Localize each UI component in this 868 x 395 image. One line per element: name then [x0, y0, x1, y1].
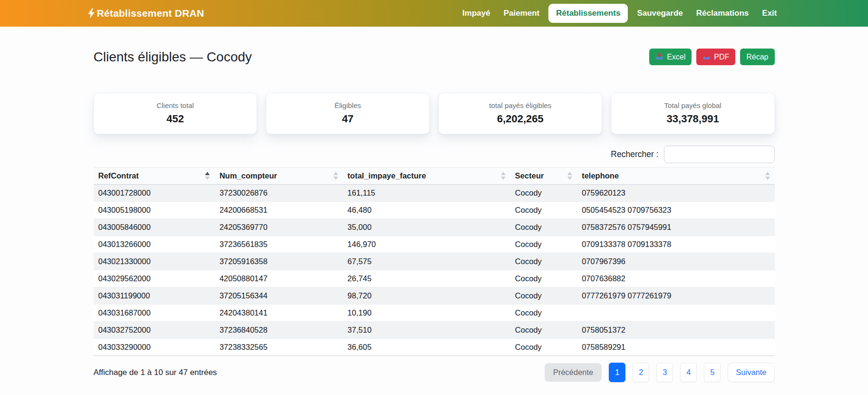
table-cell: 24204380141 [215, 305, 342, 322]
table-row: 04301326600037236561835146,970Cocody0709… [94, 236, 775, 253]
table-cell: 043021330000 [94, 253, 215, 270]
table-row: 0430058460002420536977035,000Cocody07583… [94, 219, 775, 236]
nav-item-reclamations[interactable]: Réclamations [692, 5, 753, 22]
table-cell: 0777261979 0777261979 [577, 287, 774, 305]
table-cell: 043029562000 [94, 270, 215, 287]
table-row: 04300172800037230026876161,115Cocody0759… [94, 185, 775, 202]
table-row: 0430311990003720515634498,720Cocody07772… [94, 287, 775, 305]
table-cell: 043005846000 [94, 219, 215, 236]
sort-icon [205, 172, 210, 180]
stat-value: 47 [271, 113, 424, 125]
stat-card-clients-total: Clients total452 [94, 93, 257, 134]
nav-item-sauvegarde[interactable]: Sauvegarde [633, 5, 687, 22]
brand[interactable]: Rétablissement DRAN [87, 8, 205, 19]
recap-button-label: Récap [746, 53, 768, 61]
table-cell: 146,970 [343, 236, 510, 253]
pagination: Précédente12345Suivante [545, 363, 775, 382]
pdf-button[interactable]: PDF [696, 49, 735, 65]
sort-icon [567, 172, 572, 180]
table-cell: 043031199000 [94, 287, 215, 305]
column-header-refcontrat[interactable]: RefContrat [94, 168, 215, 185]
table-cell: Cocody [510, 202, 577, 219]
table-cell: 161,115 [343, 185, 510, 202]
stat-card-eligibles: Éligibles47 [266, 93, 429, 134]
excel-button-label: Excel [667, 53, 685, 61]
table-cell: 043001728000 [94, 185, 215, 202]
table-cell: Cocody [510, 270, 577, 287]
stat-value: 6,202,265 [444, 113, 597, 125]
table-cell: 35,000 [343, 219, 510, 236]
nav-item-impaye[interactable]: Impayé [458, 5, 495, 22]
stat-label: Total payés global [616, 101, 770, 109]
nav-item-retablissements[interactable]: Rétablissements [548, 4, 628, 23]
stat-label: total payés éligibles [444, 101, 597, 109]
stat-value: 452 [99, 113, 252, 125]
pagination-page-1[interactable]: 1 [609, 363, 625, 382]
table-cell: 37238332565 [215, 339, 342, 356]
export-actions: Excel PDF Récap [649, 49, 774, 65]
pagination-previous[interactable]: Précédente [545, 363, 602, 382]
table-cell: 0758051372 [577, 322, 774, 339]
table-cell [577, 305, 774, 322]
table-cell: 043013266000 [94, 236, 215, 253]
pagination-page-3[interactable]: 3 [656, 363, 673, 382]
clients-table: RefContratNum_compteurtotal_impaye_factu… [94, 167, 775, 356]
download-icon [702, 52, 711, 62]
column-header-telephone[interactable]: telephone [577, 168, 774, 185]
sort-icon [333, 172, 338, 180]
table-cell: 0707636882 [577, 270, 774, 287]
column-header-num-compteur[interactable]: Num_compteur [215, 168, 342, 185]
search-row: Rechercher : [94, 146, 775, 163]
table-cell: 10,190 [343, 305, 510, 322]
table-cell: 24205369770 [215, 219, 342, 236]
table-row: 0430051980002420066853146,480Cocody05054… [94, 202, 775, 219]
table-cell: Cocody [510, 236, 577, 253]
stat-label: Éligibles [271, 101, 424, 109]
pagination-page-5[interactable]: 5 [704, 363, 721, 382]
stat-card-total-payes-eligibles: total payés éligibles6,202,265 [439, 93, 602, 134]
navbar: Rétablissement DRAN ImpayéPaiementRétabl… [0, 0, 868, 27]
table-cell: 043031687000 [94, 305, 215, 322]
excel-button[interactable]: Excel [649, 49, 692, 65]
table-cell: 0758372576 0757945991 [577, 219, 774, 236]
download-icon [655, 52, 663, 62]
column-label: Num_compteur [219, 171, 277, 180]
table-body: 04300172800037230026876161,115Cocody0759… [94, 185, 775, 356]
column-header-total-impaye-facture[interactable]: total_impaye_facture [343, 168, 510, 185]
table-cell: Cocody [510, 219, 577, 236]
column-label: telephone [582, 171, 619, 180]
table-header-row: RefContratNum_compteurtotal_impaye_factu… [94, 168, 775, 185]
table-footer: Affichage de 1 à 10 sur 47 entrées Précé… [94, 363, 775, 382]
pdf-button-label: PDF [714, 53, 729, 61]
column-header-secteur[interactable]: Secteur [510, 168, 577, 185]
sort-icon [765, 172, 770, 180]
stat-label: Clients total [99, 101, 252, 109]
recap-button[interactable]: Récap [740, 49, 774, 65]
table-cell: 043033290000 [94, 339, 215, 356]
table-info: Affichage de 1 à 10 sur 47 entrées [94, 368, 217, 377]
pagination-page-4[interactable]: 4 [680, 363, 697, 382]
table-cell: 24200668531 [215, 202, 342, 219]
table-cell: 043005198000 [94, 202, 215, 219]
table-cell: 42050880147 [215, 270, 342, 287]
nav-item-paiement[interactable]: Paiement [499, 5, 544, 22]
search-input[interactable] [664, 146, 775, 163]
table-row: 0430316870002420438014110,190Cocody [94, 305, 775, 322]
title-row: Clients éligibles — Cocody Excel [94, 49, 775, 65]
table-cell: 46,480 [343, 202, 510, 219]
table-cell: 36,605 [343, 339, 510, 356]
pagination-next[interactable]: Suivante [728, 363, 774, 382]
table-cell: 0758589291 [577, 339, 774, 356]
table-cell: 043032752000 [94, 322, 215, 339]
table-cell: 37236561835 [215, 236, 342, 253]
column-label: total_impaye_facture [348, 171, 426, 180]
pagination-page-2[interactable]: 2 [633, 363, 649, 382]
nav-item-exit[interactable]: Exit [758, 5, 781, 22]
table-cell: 37,510 [343, 322, 510, 339]
table-row: 0430295620004205088014726,745Cocody07076… [94, 270, 775, 287]
table-cell: Cocody [510, 185, 577, 202]
table-row: 0430213300003720591635867,575Cocody07079… [94, 253, 775, 270]
lightning-icon [87, 8, 96, 19]
table-cell: 26,745 [343, 270, 510, 287]
stat-cards: Clients total452Éligibles47total payés é… [94, 93, 775, 134]
